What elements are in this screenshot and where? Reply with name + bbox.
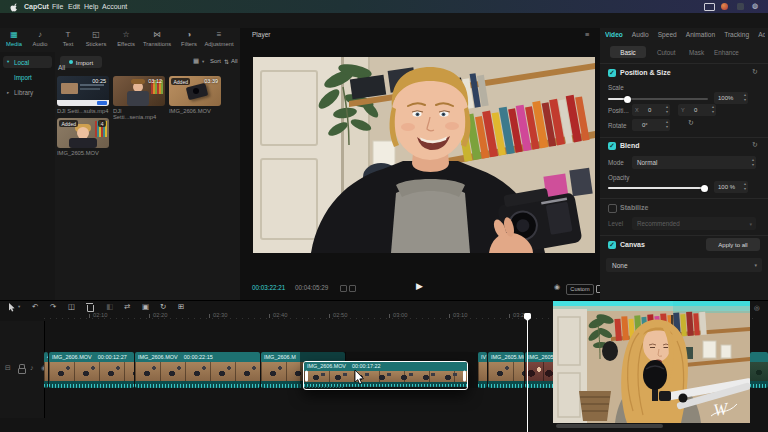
stabilize-checkbox[interactable] <box>608 204 617 213</box>
reset-blend-icon[interactable]: ↻ <box>752 141 758 149</box>
tab-speed[interactable]: Speed <box>658 31 677 41</box>
lock-track-icon[interactable] <box>18 364 26 374</box>
tab-audio[interactable]: Audio <box>33 41 48 47</box>
mirror-icon[interactable]: ⇄ <box>124 302 130 311</box>
tab-filters[interactable]: Filters <box>181 41 197 47</box>
timeline-scrollbar[interactable] <box>556 424 663 428</box>
position-size-checkbox[interactable]: ✓ <box>608 69 616 77</box>
tab-transitions[interactable]: Transitions <box>143 41 171 47</box>
rotate-field[interactable]: 0° ▴▾ <box>632 119 670 131</box>
rotate-dial-icon[interactable]: ↻ <box>688 119 694 127</box>
select-tool-caret-icon[interactable]: ▾ <box>18 304 20 309</box>
media-item-thumbnail[interactable]: Added 03:39 <box>169 76 221 106</box>
view-grid-icon[interactable]: ▦ <box>193 57 199 65</box>
filter-all-label[interactable]: All <box>231 58 238 64</box>
subtab-enhance[interactable]: Enhance <box>714 49 739 56</box>
play-button[interactable]: ▶ <box>416 281 423 291</box>
tab-adjustment[interactable]: Adjustment <box>205 41 234 47</box>
timeline-clip[interactable]: IMG_2605.MOV <box>488 352 524 388</box>
tab-media[interactable]: Media <box>6 41 22 47</box>
player-menu-icon[interactable]: ≡ <box>585 30 589 39</box>
frame-view-icon[interactable] <box>340 285 347 292</box>
menu-file[interactable]: File <box>52 0 63 13</box>
subtab-basic[interactable]: Basic <box>610 46 646 58</box>
clip-trim-handle-right[interactable] <box>463 370 466 381</box>
mute-track-icon[interactable]: ♪ <box>30 364 34 371</box>
timeline-clip[interactable]: IMG_2606.MOV00:00:12:27 <box>49 352 134 388</box>
view-caret-icon[interactable]: ▾ <box>202 59 204 64</box>
canvas-background-select[interactable]: None ▾ <box>606 258 762 272</box>
reset-position-icon[interactable]: ↻ <box>752 68 758 76</box>
media-item-name: IMG_2606.MOV <box>169 108 221 114</box>
player-video-preview[interactable] <box>253 57 595 253</box>
media-item-thumbnail[interactable]: 00:25 <box>57 76 109 106</box>
import-button[interactable]: Import <box>60 56 102 68</box>
transform-icon[interactable]: ⊞ <box>178 302 184 311</box>
tab-tracking[interactable]: Tracking <box>724 31 749 41</box>
playhead-line[interactable] <box>527 313 528 432</box>
tab-animation[interactable]: Animation <box>686 31 715 41</box>
menu-account[interactable]: Account <box>102 0 127 13</box>
media-item-thumbnail[interactable]: 03:12 <box>113 76 165 106</box>
blend-checkbox[interactable]: ✓ <box>608 142 616 150</box>
media-item-thumbnail[interactable]: Added 4 <box>57 118 109 148</box>
menubar-app-name[interactable]: CapCut <box>24 0 49 13</box>
playhead-timecode: 00:03:22:21 <box>252 284 285 291</box>
opacity-label: Opacity <box>608 174 629 181</box>
opacity-value-field[interactable]: 100 % ▴▾ <box>714 181 748 193</box>
clip-fragment[interactable]: IV <box>478 352 487 388</box>
control-center-icon[interactable]: ◍ <box>752 2 758 10</box>
app-status-icon[interactable] <box>737 3 744 10</box>
mouse-cursor <box>354 370 365 385</box>
position-x-field[interactable]: X 0 ▴▾ <box>632 104 670 116</box>
sort-label[interactable]: Sort <box>210 58 221 64</box>
webcam-overlay: W <box>553 301 750 423</box>
tab-text[interactable]: Text <box>63 41 74 47</box>
opacity-slider-thumb[interactable] <box>701 185 708 192</box>
added-badge: Added <box>59 120 78 127</box>
selected-clip[interactable]: IMG_2606.MOV00:00:17:22 <box>303 361 468 390</box>
sidebar-item-local[interactable]: ▾ Local <box>3 56 52 68</box>
status-item-icon[interactable] <box>721 3 728 10</box>
blend-mode-select[interactable]: Normal ▴▾ <box>632 156 756 169</box>
apply-to-all-button[interactable]: Apply to all <box>706 238 760 251</box>
preview-quality-button[interactable]: Custom <box>566 284 594 296</box>
divider <box>600 198 768 199</box>
screen-mirroring-icon[interactable] <box>704 3 715 11</box>
sidebar-item-library[interactable]: Library <box>14 89 33 96</box>
sidebar-item-import[interactable]: Import <box>14 74 32 81</box>
tab-video[interactable]: Video <box>605 31 623 41</box>
scale-value-field[interactable]: 100% ▴▾ <box>714 92 748 104</box>
scale-slider-thumb[interactable] <box>624 96 631 103</box>
apple-menu-icon[interactable] <box>10 3 18 12</box>
tab-audio-inspector[interactable]: Audio <box>632 31 649 41</box>
subtab-mask[interactable]: Mask <box>689 49 704 56</box>
timeline-settings-gear-icon[interactable]: ◎ <box>754 304 760 312</box>
compare-view-icon[interactable] <box>349 285 356 292</box>
rotate-clip-icon[interactable]: ↻ <box>160 302 166 311</box>
split-icon[interactable]: ◫ <box>68 302 75 311</box>
subtab-cutout[interactable]: Cutout <box>657 49 676 56</box>
stabilize-level-select[interactable]: Recommended ▾ <box>632 217 756 230</box>
clip-trim-handle-left[interactable] <box>305 370 308 381</box>
tab-media-icon: ▦ <box>10 30 18 39</box>
snapshot-icon[interactable]: ◉ <box>554 283 560 291</box>
clip-fragment[interactable]: 41 <box>44 352 48 388</box>
canvas-checkbox[interactable]: ✓ <box>608 241 616 249</box>
select-tool-icon[interactable] <box>8 303 16 312</box>
menu-edit[interactable]: Edit <box>68 0 80 13</box>
tab-effects[interactable]: Effects <box>117 41 135 47</box>
clip-fragment[interactable] <box>750 352 768 388</box>
menu-help[interactable]: Help <box>84 0 98 13</box>
sort-order-icon[interactable]: ⇅ <box>224 58 229 65</box>
timeline-clip[interactable]: IMG_2606.MOV00:00:22:15 <box>135 352 260 388</box>
undo-icon[interactable]: ↶ <box>32 302 38 311</box>
collapse-track-icon[interactable]: ⊟ <box>5 364 11 372</box>
delete-icon[interactable] <box>86 303 94 312</box>
redo-icon[interactable]: ↷ <box>50 302 56 311</box>
crop-icon[interactable]: ▣ <box>142 302 149 311</box>
position-y-field[interactable]: Y 0 ▴▾ <box>678 104 716 116</box>
tab-adjustment-inspector[interactable]: Adjustment <box>758 31 765 41</box>
player-panel-title: Player <box>252 31 270 38</box>
tab-stickers[interactable]: Stickers <box>86 41 107 47</box>
